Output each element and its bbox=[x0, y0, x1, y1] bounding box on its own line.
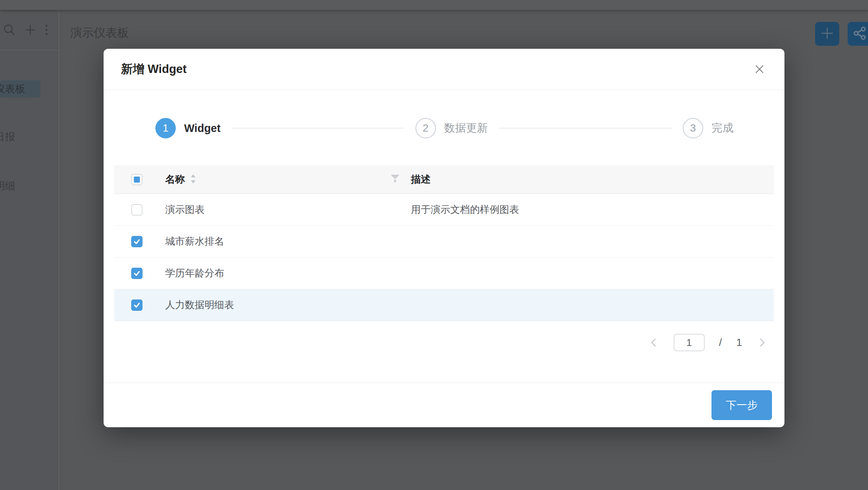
check-icon bbox=[133, 238, 141, 245]
stepper: 1 Widget 2 数据更新 3 完成 bbox=[155, 118, 733, 138]
chevron-left-icon[interactable] bbox=[648, 337, 659, 348]
sidebar-toolbar bbox=[3, 23, 48, 36]
row-desc: 用于演示文档的样例图表 bbox=[411, 203, 774, 216]
sidebar-item[interactable]: 日报 bbox=[0, 128, 40, 146]
total-pages: 1 bbox=[736, 336, 742, 349]
top-bar bbox=[0, 0, 868, 10]
modal-footer: 下一步 bbox=[104, 383, 784, 427]
table-row[interactable]: 学历年龄分布 bbox=[114, 257, 774, 289]
step-3-complete: 3 完成 bbox=[683, 118, 733, 138]
row-checkbox[interactable] bbox=[131, 204, 143, 216]
sidebar-item[interactable]: 仪表板 bbox=[0, 80, 40, 98]
check-icon bbox=[133, 301, 141, 309]
step-label: 数据更新 bbox=[444, 121, 488, 136]
plus-icon bbox=[820, 26, 834, 42]
table-row[interactable]: 演示图表 用于演示文档的样例图表 bbox=[114, 194, 774, 226]
step-label: Widget bbox=[184, 122, 220, 135]
close-icon[interactable] bbox=[752, 62, 767, 77]
step-number: 2 bbox=[415, 118, 436, 138]
step-connector bbox=[232, 128, 404, 129]
row-checkbox[interactable] bbox=[131, 268, 143, 279]
kebab-menu-icon[interactable] bbox=[45, 23, 48, 36]
row-name: 人力数据明细表 bbox=[165, 298, 411, 312]
share-button[interactable] bbox=[848, 22, 868, 46]
sidebar-divider bbox=[0, 50, 59, 50]
page-number-input[interactable] bbox=[674, 334, 705, 351]
add-widget-button[interactable] bbox=[815, 22, 839, 46]
modal-header: 新增 Widget bbox=[104, 49, 784, 90]
step-number: 1 bbox=[155, 118, 176, 138]
page-toolbar bbox=[815, 22, 868, 46]
step-1-widget: 1 Widget bbox=[155, 118, 220, 138]
search-icon[interactable] bbox=[3, 23, 16, 36]
chevron-right-icon[interactable] bbox=[756, 337, 768, 348]
step-connector bbox=[499, 128, 671, 129]
check-icon bbox=[133, 270, 141, 277]
sort-caret-icon[interactable] bbox=[190, 174, 196, 185]
filter-funnel-icon[interactable] bbox=[391, 175, 400, 185]
row-checkbox[interactable] bbox=[131, 299, 143, 311]
next-step-button[interactable]: 下一步 bbox=[711, 390, 772, 420]
sidebar-item-label: 明细 bbox=[0, 179, 15, 193]
sidebar-item[interactable]: 明细 bbox=[0, 177, 40, 195]
table-row[interactable]: 人力数据明细表 bbox=[114, 289, 774, 321]
sidebar-item-label: 仪表板 bbox=[0, 82, 25, 96]
row-name: 城市薪水排名 bbox=[165, 235, 411, 248]
sidebar: 仪表板 日报 明细 bbox=[0, 10, 59, 490]
sidebar-item-label: 日报 bbox=[0, 130, 15, 144]
page-title: 演示仪表板 bbox=[70, 25, 129, 41]
row-name: 演示图表 bbox=[165, 203, 411, 216]
screen: 仪表板 日报 明细 演示仪表板 bbox=[0, 0, 868, 490]
step-2-data-update: 2 数据更新 bbox=[415, 118, 488, 138]
widget-table: 名称 描 bbox=[114, 165, 774, 321]
row-checkbox[interactable] bbox=[131, 236, 143, 247]
share-icon bbox=[852, 26, 867, 42]
column-header-desc: 描述 bbox=[411, 173, 774, 186]
column-header-name[interactable]: 名称 bbox=[165, 173, 185, 186]
row-name: 学历年龄分布 bbox=[165, 267, 411, 280]
select-all-checkbox[interactable] bbox=[131, 174, 143, 185]
table-row[interactable]: 城市薪水排名 bbox=[114, 226, 774, 257]
pagination: / 1 bbox=[114, 334, 774, 351]
add-widget-modal: 新增 Widget 1 Widget 2 数据更新 3 完成 bbox=[104, 49, 784, 427]
page-separator: / bbox=[719, 336, 722, 349]
step-number: 3 bbox=[683, 118, 703, 138]
table-header: 名称 描 bbox=[114, 165, 774, 194]
table-body: 演示图表 用于演示文档的样例图表 城市薪水排名 学历年龄分布 bbox=[114, 194, 774, 321]
plus-icon[interactable] bbox=[24, 24, 36, 36]
modal-title: 新增 Widget bbox=[121, 61, 187, 77]
step-label: 完成 bbox=[711, 121, 733, 136]
